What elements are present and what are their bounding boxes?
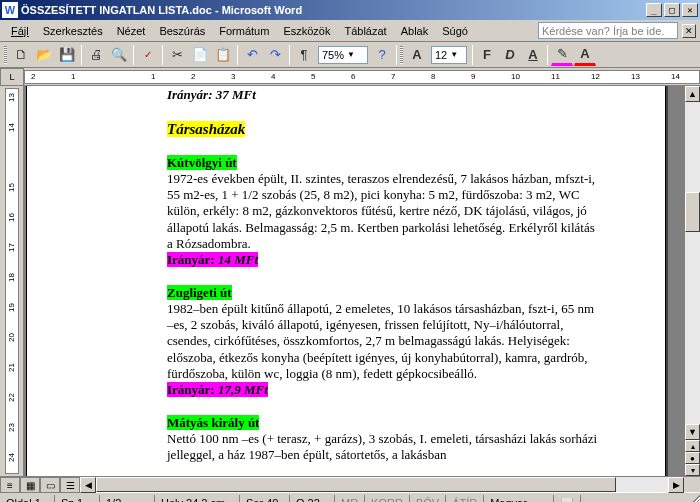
menu-edit[interactable]: Szerkesztés: [36, 23, 110, 39]
scroll-thumb[interactable]: [685, 192, 700, 232]
web-view-icon[interactable]: ▦: [20, 477, 40, 493]
status-trk[interactable]: KORR: [365, 495, 410, 503]
scroll-right-icon[interactable]: ▶: [668, 477, 684, 493]
spellcheck-icon[interactable]: ✓: [137, 44, 159, 66]
paste-icon[interactable]: 📋: [212, 44, 234, 66]
font-color-icon-2[interactable]: A: [574, 44, 596, 66]
item1-price: Irányár: 14 MFt: [167, 252, 258, 267]
status-lang[interactable]: Magyar: [484, 495, 554, 503]
status-pages: 1/2: [100, 495, 155, 503]
horizontal-scrollbar[interactable]: ◀ ▶: [80, 477, 684, 492]
status-page: Oldal 1: [0, 495, 55, 503]
close-button[interactable]: ✕: [682, 3, 698, 17]
outline-view-icon[interactable]: ☰: [60, 477, 80, 493]
ask-question-box[interactable]: Kérdése van? Írja be ide.: [538, 22, 678, 39]
menu-tools[interactable]: Eszközök: [276, 23, 337, 39]
status-pos: Hely 24,2 cm: [155, 495, 240, 503]
redo-icon[interactable]: ↷: [264, 44, 286, 66]
toolbar-grip-2[interactable]: [400, 46, 403, 64]
item1-title: Kútvölgyi út: [167, 155, 237, 170]
show-marks-icon[interactable]: ¶: [293, 44, 315, 66]
minimize-button[interactable]: _: [646, 3, 662, 17]
horizontal-scroll-row: ≡ ▦ ▭ ☰ ◀ ▶: [0, 476, 700, 492]
menu-format[interactable]: Formátum: [212, 23, 276, 39]
document-area[interactable]: Irányár: 37 MFt Társasházak Kútvölgyi út…: [24, 86, 684, 476]
standard-toolbar: 🗋 📂 💾 🖨 🔍 ✓ ✂ 📄 📋 ↶ ↷ ¶ 75%▼ ? A 12▼ F D…: [0, 42, 700, 68]
hscroll-thumb[interactable]: [96, 477, 616, 492]
print-layout-icon[interactable]: ▭: [40, 477, 60, 493]
bold-icon[interactable]: F: [476, 44, 498, 66]
font-size-value: 12: [435, 49, 447, 61]
mdi-close-button[interactable]: ✕: [682, 24, 696, 38]
menu-bar: Fájl Szerkesztés Nézet Beszúrás Formátum…: [0, 20, 700, 42]
status-bar: Oldal 1 Sz 1 1/2 Hely 24,2 cm Sor 40 O 2…: [0, 492, 700, 502]
item3-body: Nettó 100 nm –es (+ terasz, + garázs), 3…: [167, 431, 607, 464]
print-preview-icon[interactable]: 🔍: [108, 44, 130, 66]
vertical-ruler[interactable]: 131415161718192021222324: [0, 86, 24, 476]
font-color-icon[interactable]: A: [406, 44, 428, 66]
menu-table[interactable]: Táblázat: [337, 23, 393, 39]
underline-icon[interactable]: A: [522, 44, 544, 66]
hscroll-track[interactable]: [96, 477, 668, 492]
scroll-up-icon[interactable]: ▲: [685, 86, 700, 102]
help-icon[interactable]: ?: [371, 44, 393, 66]
vertical-scrollbar[interactable]: ▲ ▼ ▴ ● ▾: [684, 86, 700, 476]
item1-body: 1972-es években épült, II. szintes, tera…: [167, 171, 597, 252]
status-section: Sz 1: [55, 495, 100, 503]
menu-window[interactable]: Ablak: [394, 23, 436, 39]
item2-body: 1982–ben épült kitűnő állapotú, 2 emelet…: [167, 301, 597, 382]
copy-icon[interactable]: 📄: [189, 44, 211, 66]
prev-page-icon[interactable]: ▴: [685, 440, 700, 452]
app-icon: W: [2, 2, 18, 18]
status-book-icon[interactable]: 📖: [554, 495, 581, 503]
undo-icon[interactable]: ↶: [241, 44, 263, 66]
normal-view-icon[interactable]: ≡: [0, 477, 20, 493]
toolbar-grip[interactable]: [4, 46, 7, 64]
page[interactable]: Irányár: 37 MFt Társasházak Kútvölgyi út…: [26, 86, 666, 476]
status-ext[interactable]: BŐV: [410, 495, 446, 503]
menu-insert[interactable]: Beszúrás: [152, 23, 212, 39]
print-icon[interactable]: 🖨: [85, 44, 107, 66]
item3-title: Mátyás király út: [167, 415, 259, 430]
window-titlebar: W ÖSSZESÍTETT INGATLAN LISTA.doc - Micro…: [0, 0, 700, 20]
horizontal-ruler[interactable]: L 211234567891011121314: [0, 68, 700, 86]
browse-object-icon[interactable]: ●: [685, 452, 700, 464]
cut-icon[interactable]: ✂: [166, 44, 188, 66]
next-page-icon[interactable]: ▾: [685, 464, 700, 476]
maximize-button[interactable]: □: [664, 3, 680, 17]
resize-grip[interactable]: [684, 495, 700, 503]
window-controls: _ □ ✕: [646, 3, 698, 17]
section-title: Társasházak: [167, 121, 245, 137]
status-line: Sor 40: [240, 495, 290, 503]
scroll-left-icon[interactable]: ◀: [80, 477, 96, 493]
status-col: O 22: [290, 495, 335, 503]
new-icon[interactable]: 🗋: [10, 44, 32, 66]
italic-icon[interactable]: D: [499, 44, 521, 66]
menu-file[interactable]: Fájl: [4, 23, 36, 39]
highlight-icon[interactable]: ✎: [551, 44, 573, 66]
truncated-line: Irányár: 37 MFt: [167, 87, 647, 103]
save-icon[interactable]: 💾: [56, 44, 78, 66]
window-title: ÖSSZESÍTETT INGATLAN LISTA.doc - Microso…: [21, 4, 646, 16]
ruler-corner: L: [0, 68, 24, 86]
menu-help[interactable]: Súgó: [435, 23, 475, 39]
status-ovr[interactable]: ÁTÍR: [446, 495, 484, 503]
item2-price: Irányár: 17,9 MFt: [167, 382, 268, 397]
workspace: 131415161718192021222324 Irányár: 37 MFt…: [0, 86, 700, 476]
font-size-combo[interactable]: 12▼: [431, 46, 467, 64]
open-icon[interactable]: 📂: [33, 44, 55, 66]
zoom-value: 75%: [322, 49, 344, 61]
scroll-down-icon[interactable]: ▼: [685, 424, 700, 440]
menu-view[interactable]: Nézet: [110, 23, 153, 39]
item2-title: Zugligeti út: [167, 285, 232, 300]
zoom-combo[interactable]: 75%▼: [318, 46, 368, 64]
status-rec[interactable]: MR: [335, 495, 365, 503]
scroll-track[interactable]: [685, 102, 700, 424]
